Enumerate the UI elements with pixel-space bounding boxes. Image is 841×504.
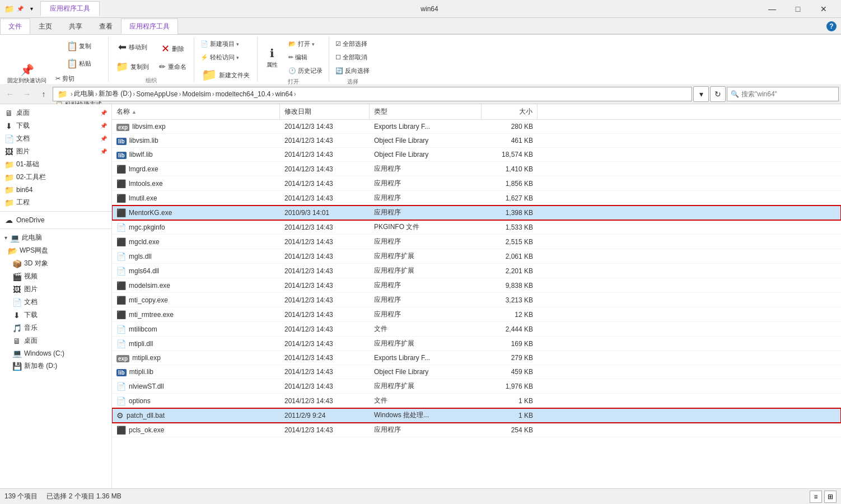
sidebar-item-download[interactable]: ⬇ 下载 📌: [0, 119, 111, 132]
copy-button[interactable]: 📋 复制: [53, 38, 105, 54]
table-row[interactable]: ⬛ mgcld.exe 2014/12/3 14:43 应用程序 2,515 K…: [112, 235, 841, 249]
col-header-size[interactable]: 大小: [482, 104, 538, 119]
copy-to-button[interactable]: 📁 复制到: [112, 58, 153, 76]
search-input[interactable]: [741, 90, 835, 98]
sidebar-item-3d[interactable]: 📦 3D 对象: [0, 257, 111, 270]
table-row[interactable]: lib mtipli.lib 2014/12/3 14:43 Object Fi…: [112, 365, 841, 379]
sidebar-item-project[interactable]: 📁 工程: [0, 196, 111, 209]
sidebar-item-video[interactable]: 🎬 视频: [0, 270, 111, 283]
pin-to-quick-access-button[interactable]: 📌 固定到快速访问: [3, 62, 50, 87]
table-row[interactable]: ⬛ MentorKG.exe 2010/9/3 14:01 应用程序 1,398…: [112, 206, 841, 220]
details-view-button[interactable]: ≡: [810, 491, 822, 503]
file-name-text: mgls.dll: [129, 253, 152, 260]
table-row[interactable]: 📄 mtipli.dll 2014/12/3 14:43 应用程序扩展 169 …: [112, 337, 841, 351]
file-name: ⬛ MentorKG.exe: [112, 207, 280, 218]
new-item-button[interactable]: 📄 新建项目 ▾: [198, 38, 254, 50]
file-name-text: mgc.pkginfo: [129, 223, 165, 231]
address-dropdown-button[interactable]: ▾: [693, 86, 709, 102]
file-date: 2014/12/3 14:43: [280, 353, 370, 363]
rename-button[interactable]: ✏ 重命名: [155, 59, 190, 74]
tab-file[interactable]: 文件: [0, 18, 30, 34]
sidebar-item-01[interactable]: 📁 01-基础: [0, 158, 111, 171]
onedrive-icon: ☁: [4, 216, 13, 225]
file-type: 应用程序: [370, 279, 482, 291]
properties-button[interactable]: ℹ 属性: [261, 44, 283, 72]
back-button[interactable]: ←: [2, 86, 18, 102]
tab-home[interactable]: 主页: [30, 18, 60, 34]
table-row[interactable]: ⚙ patch_dll.bat 2011/2/9 9:24 Windows 批处…: [112, 408, 841, 423]
sidebar-item-pics2[interactable]: 🖼 图片: [0, 283, 111, 296]
cut-button[interactable]: ✂ 剪切: [53, 73, 105, 85]
history-button[interactable]: 🕐 历史记录: [286, 65, 325, 77]
table-row[interactable]: ⬛ mti_copy.exe 2014/12/3 14:43 应用程序 3,21…: [112, 293, 841, 307]
table-row[interactable]: exp mtipli.exp 2014/12/3 14:43 Exports L…: [112, 351, 841, 365]
delete-button[interactable]: ✕ 删除: [155, 40, 190, 58]
sidebar-item-02[interactable]: 📁 02-工具栏: [0, 171, 111, 184]
table-row[interactable]: ⬛ lmtools.exe 2014/12/3 14:43 应用程序 1,856…: [112, 176, 841, 191]
tab-app-tools[interactable]: 应用程序工具: [121, 18, 178, 34]
table-row[interactable]: ⬛ lmgrd.exe 2014/12/3 14:43 应用程序 1,410 K…: [112, 162, 841, 176]
file-type-icon: ⬛: [116, 165, 126, 174]
large-icons-button[interactable]: ⊞: [824, 491, 837, 503]
forward-button[interactable]: →: [19, 86, 35, 102]
sidebar-item-dl2[interactable]: ⬇ 下载: [0, 309, 111, 321]
sidebar-item-docs[interactable]: 📄 文档 📌: [0, 132, 111, 145]
col-header-type[interactable]: 类型: [370, 104, 482, 119]
select-all-button[interactable]: ☑ 全部选择: [333, 38, 372, 50]
sidebar-item-bin64[interactable]: 📁 bin64: [0, 184, 111, 196]
sidebar-item-thispc[interactable]: ▾ 💻 此电脑: [0, 231, 111, 244]
sidebar-item-docs2[interactable]: 📄 文档: [0, 296, 111, 309]
file-type: PKGINFO 文件: [370, 221, 482, 233]
select-none-button[interactable]: ☐ 全部取消: [333, 52, 372, 63]
table-row[interactable]: 📄 options 2014/12/3 14:43 文件 1 KB: [112, 394, 841, 408]
sidebar-item-onedrive[interactable]: ☁ OneDrive: [0, 214, 111, 226]
table-row[interactable]: 📄 mgls64.dll 2014/12/3 14:43 应用程序扩展 2,20…: [112, 264, 841, 278]
sidebar-item-pics[interactable]: 🖼 图片 📌: [0, 145, 111, 158]
path-modeltech[interactable]: modeltech64_10.4: [216, 90, 271, 98]
sidebar-item-wps[interactable]: 📂 WPS网盘: [0, 244, 111, 257]
table-row[interactable]: 📄 nlviewST.dll 2014/12/3 14:43 应用程序扩展 1,…: [112, 379, 841, 394]
path-thispc[interactable]: 此电脑: [74, 89, 94, 99]
col-header-date[interactable]: 修改日期: [280, 104, 370, 119]
ribbon-tab-management[interactable]: 应用程序工具: [40, 1, 100, 16]
invert-select-button[interactable]: 🔄 反向选择: [333, 65, 372, 77]
help-icon[interactable]: ?: [826, 21, 837, 31]
sidebar-item-winc[interactable]: 💻 Windows (C:): [0, 347, 111, 360]
sidebar-item-newd[interactable]: 💾 新加卷 (D:): [0, 360, 111, 372]
table-row[interactable]: ⬛ lmutil.exe 2014/12/3 14:43 应用程序 1,627 …: [112, 191, 841, 206]
table-row[interactable]: ⬛ mti_rmtree.exe 2014/12/3 14:43 应用程序 12…: [112, 307, 841, 322]
up-button[interactable]: ↑: [36, 86, 52, 102]
edit-button[interactable]: ✏ 编辑: [286, 52, 325, 63]
tab-view[interactable]: 查看: [91, 18, 121, 34]
sidebar-item-desktop2[interactable]: 🖥 桌面: [0, 334, 111, 347]
open-button[interactable]: 📂 打开 ▾: [286, 38, 325, 50]
table-row[interactable]: lib libvsim.lib 2014/12/3 14:43 Object F…: [112, 134, 841, 148]
file-type: 文件: [370, 323, 482, 335]
tab-share[interactable]: 共享: [60, 18, 91, 34]
file-size: 1 KB: [482, 410, 538, 421]
new-folder-button[interactable]: 📁 新建文件夹: [198, 65, 254, 85]
move-to-button[interactable]: ⬅ 移动到: [112, 38, 153, 56]
table-row[interactable]: 📄 mgls.dll 2014/12/3 14:43 应用程序扩展 2,061 …: [112, 249, 841, 264]
table-row[interactable]: ⬛ pcls_ok.exe 2014/12/3 14:43 应用程序 254 K…: [112, 423, 841, 437]
paste-button[interactable]: 📋 粘贴: [53, 55, 105, 72]
path-drive[interactable]: 新加卷 (D:): [99, 89, 132, 99]
table-row[interactable]: lib libwlf.lib 2014/12/3 14:43 Object Fi…: [112, 148, 841, 162]
easy-access-button[interactable]: ⚡ 轻松访问 ▾: [198, 52, 254, 63]
refresh-button[interactable]: ↻: [710, 86, 726, 102]
table-row[interactable]: 📄 mgc.pkginfo 2014/12/3 14:43 PKGINFO 文件…: [112, 220, 841, 235]
maximize-button[interactable]: □: [785, 0, 811, 18]
sidebar-item-music[interactable]: 🎵 音乐: [0, 321, 111, 334]
table-row[interactable]: 📄 mtilibcom 2014/12/3 14:43 文件 2,444 KB: [112, 322, 841, 337]
address-path[interactable]: 📁 › 此电脑 › 新加卷 (D:) › SomeAppUse › Models…: [53, 87, 692, 101]
close-button[interactable]: ✕: [811, 0, 837, 18]
table-row[interactable]: exp libvsim.exp 2014/12/3 14:43 Exports …: [112, 120, 841, 134]
path-modelsim[interactable]: Modelsim: [182, 90, 211, 98]
sidebar-item-desktop[interactable]: 🖥 桌面 📌: [0, 106, 111, 119]
path-win64[interactable]: win64: [275, 90, 292, 98]
path-someapp[interactable]: SomeAppUse: [136, 90, 177, 98]
help-button[interactable]: ?: [822, 19, 841, 34]
minimize-button[interactable]: —: [759, 0, 785, 18]
col-header-name[interactable]: 名称 ▲: [112, 104, 280, 119]
table-row[interactable]: ⬛ modelsim.exe 2014/12/3 14:43 应用程序 9,83…: [112, 278, 841, 293]
